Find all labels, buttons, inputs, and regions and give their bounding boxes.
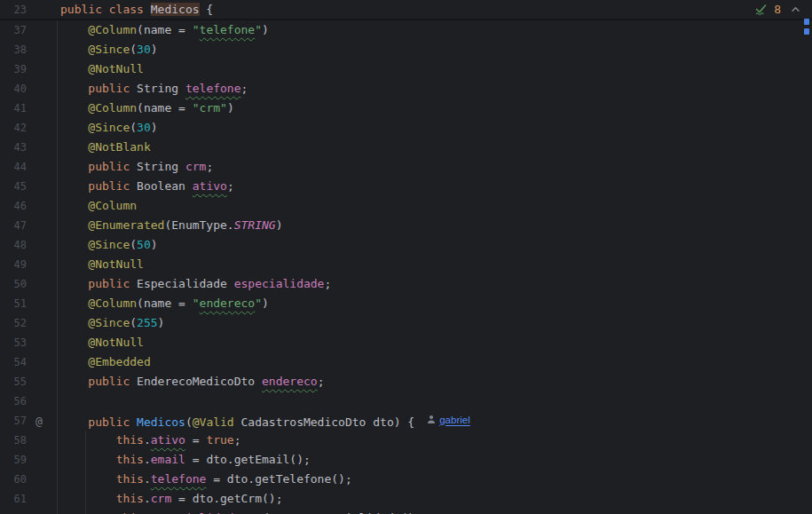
editor-gutter[interactable]: 49 [0, 255, 53, 274]
line-number[interactable]: 49 [0, 258, 27, 271]
editor-gutter[interactable]: 39 [0, 59, 53, 79]
line-number[interactable]: 48 [0, 239, 27, 251]
line-number[interactable]: 41 [0, 102, 27, 115]
error-stripe-mark[interactable] [804, 19, 809, 25]
code-text[interactable]: @Since(255) [53, 313, 164, 333]
editor-gutter[interactable]: 52 [0, 313, 53, 333]
editor-gutter[interactable]: 43 [0, 138, 53, 157]
code-text[interactable]: @Column(name = "crm") [53, 99, 234, 118]
code-text[interactable]: public Boolean ativo; [53, 177, 234, 196]
code-line-41[interactable]: 41 @Column(name = "crm") [0, 99, 812, 118]
code-editor[interactable]: 23 public class Medicos { 8 37 @Column(n… [0, 0, 812, 514]
editor-gutter[interactable]: 44 [0, 157, 53, 177]
editor-gutter[interactable]: 56 [0, 391, 53, 411]
code-text[interactable]: this.email = dto.getEmail(); [53, 450, 311, 470]
editor-gutter[interactable]: 51 [0, 294, 53, 313]
code-text[interactable]: @NotNull [53, 59, 144, 79]
line-number[interactable]: 38 [0, 43, 27, 56]
editor-gutter[interactable]: 61 [0, 489, 53, 509]
code-text[interactable]: public String telefone; [53, 79, 248, 99]
line-number[interactable]: 45 [0, 180, 27, 193]
code-line-51[interactable]: 51 @Column(name = "endereco") [0, 294, 812, 313]
line-number[interactable]: 52 [0, 317, 27, 329]
code-line-37[interactable]: 37 @Column(name = "telefone") [0, 20, 812, 40]
code-line-56[interactable]: 56 [0, 391, 812, 411]
code-line-62[interactable]: 62 this.especialidade = dto.getEspeciali… [0, 509, 812, 514]
code-line-61[interactable]: 61 this.crm = dto.getCrm(); [0, 489, 812, 509]
code-line-39[interactable]: 39 @NotNull [0, 59, 812, 79]
line-number[interactable]: 61 [0, 493, 27, 505]
editor-gutter[interactable]: 38 [0, 40, 53, 59]
editor-gutter[interactable]: 47 [0, 216, 53, 235]
code-text[interactable]: public EnderecoMedicoDto endereco; [53, 372, 324, 391]
code-text[interactable]: @Embedded [53, 352, 151, 372]
code-line-60[interactable]: 60 this.telefone = dto.getTelefone(); [0, 470, 812, 489]
code-text[interactable]: @Since(30) [53, 118, 158, 138]
code-line-42[interactable]: 42 @Since(30) [0, 118, 812, 138]
code-line-43[interactable]: 43 @NotBlank [0, 138, 812, 157]
editor-gutter[interactable]: 37 [0, 20, 53, 40]
code-text[interactable]: this.telefone = dto.getTelefone(); [53, 470, 352, 489]
code-line-55[interactable]: 55 public EnderecoMedicoDto endereco; [0, 372, 812, 391]
editor-gutter[interactable]: 57@ [0, 411, 53, 431]
code-text[interactable]: @Since(30) [53, 40, 158, 59]
line-number[interactable]: 56 [0, 395, 27, 407]
editor-gutter[interactable]: 45 [0, 177, 53, 196]
line-number[interactable]: 58 [0, 434, 27, 447]
line-number[interactable]: 60 [0, 473, 27, 486]
editor-gutter[interactable]: 55 [0, 372, 53, 391]
code-text[interactable]: public Especialidade especialidade; [53, 274, 331, 294]
code-text[interactable]: this.ativo = true; [53, 431, 241, 450]
code-line-48[interactable]: 48 @Since(50) [0, 235, 812, 255]
code-line-54[interactable]: 54 @Embedded [0, 352, 812, 372]
line-number[interactable]: 57 [0, 415, 27, 427]
code-text[interactable]: this.crm = dto.getCrm(); [53, 489, 282, 509]
code-text[interactable]: @Since(50) [53, 235, 158, 255]
line-number[interactable]: 44 [0, 161, 27, 173]
code-line-50[interactable]: 50 public Especialidade especialidade; [0, 274, 812, 294]
line-number[interactable]: 55 [0, 376, 27, 388]
code-line-45[interactable]: 45 public Boolean ativo; [0, 177, 812, 196]
code-line-53[interactable]: 53 @NotNull [0, 333, 812, 352]
line-number[interactable]: 53 [0, 336, 27, 349]
code-text[interactable]: @Column(name = "endereco") [53, 294, 269, 313]
line-number[interactable]: 46 [0, 200, 27, 212]
line-number[interactable]: 37 [0, 24, 27, 36]
line-number[interactable]: 43 [0, 141, 27, 154]
line-number[interactable]: 40 [0, 83, 27, 95]
editor-gutter[interactable]: 58 [0, 431, 53, 450]
inspections-widget[interactable]: 8 [754, 0, 801, 19]
editor-gutter[interactable]: 50 [0, 274, 53, 294]
code-line-38[interactable]: 38 @Since(30) [0, 40, 812, 59]
code-text[interactable]: @Column(name = "telefone") [53, 20, 269, 40]
code-text[interactable]: public String crm; [53, 157, 213, 177]
editor-gutter[interactable]: 54 [0, 352, 53, 372]
line-number[interactable]: 54 [0, 356, 27, 368]
code-line-52[interactable]: 52 @Since(255) [0, 313, 812, 333]
line-number[interactable]: 42 [0, 122, 27, 134]
code-text[interactable]: @NotBlank [53, 138, 151, 157]
chevron-up-icon[interactable] [790, 4, 801, 15]
line-number[interactable]: 47 [0, 219, 27, 232]
line-number[interactable]: 51 [0, 297, 27, 310]
editor-gutter[interactable]: 46 [0, 196, 53, 216]
line-number[interactable]: 50 [0, 278, 27, 290]
editor-gutter[interactable]: 40 [0, 79, 53, 99]
code-line-47[interactable]: 47 @Enumerated(EnumType.STRING) [0, 216, 812, 235]
class-declaration-line[interactable]: public class Medicos { [53, 0, 213, 20]
annotation-gutter-icon[interactable]: @ [27, 415, 51, 428]
sticky-line-header[interactable]: 23 public class Medicos { [0, 0, 812, 20]
code-text[interactable]: @Enumerated(EnumType.STRING) [53, 216, 282, 235]
code-line-58[interactable]: 58 this.ativo = true; [0, 431, 812, 450]
code-text[interactable]: @NotNull [53, 333, 144, 352]
code-line-40[interactable]: 40 public String telefone; [0, 79, 812, 99]
code-line-49[interactable]: 49 @NotNull [0, 255, 812, 274]
code-text[interactable]: @NotNull [53, 255, 144, 274]
error-stripe-mark[interactable] [804, 28, 809, 35]
line-number[interactable]: 59 [0, 454, 27, 466]
code-text[interactable]: public Medicos(@Valid CadastrosMedicoDto… [53, 410, 470, 432]
editor-gutter[interactable]: 59 [0, 450, 53, 470]
code-text[interactable]: @Column [53, 196, 137, 216]
line-number[interactable]: 39 [0, 63, 27, 75]
editor-gutter[interactable]: 60 [0, 470, 53, 489]
